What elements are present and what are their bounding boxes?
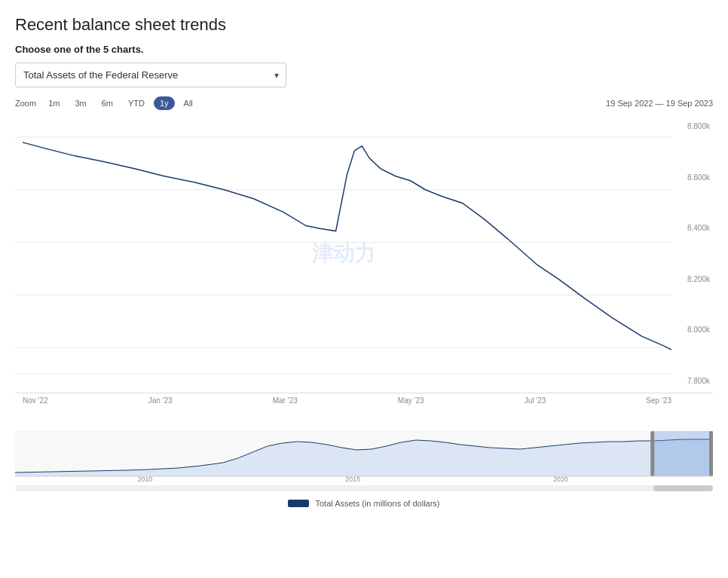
zoom-all-button[interactable]: All: [178, 96, 199, 110]
chart-svg-container: 津动力: [15, 115, 671, 393]
chart-area: 8.800k 8.600k 8.400k 8.200k 8.000k 7.800…: [15, 115, 713, 431]
x-label-nov: Nov '22: [23, 396, 48, 405]
chart-selector[interactable]: Total Assets of the Federal ReserveSecur…: [15, 63, 286, 87]
zoom-6m-button[interactable]: 6m: [96, 96, 119, 110]
svg-rect-10: [709, 431, 713, 476]
mini-chart-svg: 2010 2015 2020: [15, 431, 713, 482]
scrollbar-track[interactable]: [15, 485, 713, 491]
mini-chart-container: 2010 2015 2020: [15, 431, 713, 482]
svg-text:2020: 2020: [553, 476, 568, 482]
y-label-4: 8.200k: [671, 275, 713, 283]
main-chart-svg: [15, 115, 671, 393]
date-arrow: —: [656, 99, 664, 108]
zoom-label: Zoom: [15, 99, 36, 108]
y-label-6: 7.800k: [671, 377, 713, 385]
y-label-3: 8.400k: [671, 224, 713, 232]
y-label-1: 8.800k: [671, 122, 713, 130]
svg-text:2015: 2015: [345, 476, 360, 482]
x-label-jan: Jan '23: [148, 396, 173, 405]
legend-color-dot: [288, 500, 309, 507]
chart-subtitle: Choose one of the 5 charts.: [15, 44, 713, 55]
zoom-1m-button[interactable]: 1m: [42, 96, 66, 110]
zoom-bar: Zoom 1m 3m 6m YTD 1y All 19 Sep 2022 — 1…: [15, 96, 713, 110]
x-label-mar: Mar '23: [273, 396, 298, 405]
scrollbar-thumb[interactable]: [653, 485, 713, 491]
zoom-ytd-button[interactable]: YTD: [122, 96, 151, 110]
svg-text:2010: 2010: [138, 476, 153, 482]
x-label-jul: Jul '23: [525, 396, 546, 405]
legend-label: Total Assets (in millions of dollars): [315, 499, 439, 508]
page-title: Recent balance sheet trends: [15, 15, 713, 35]
y-label-5: 8.000k: [671, 326, 713, 334]
y-label-2: 8.600k: [671, 173, 713, 182]
x-label-may: May '23: [398, 396, 424, 405]
chart-selector-wrapper[interactable]: Total Assets of the Federal ReserveSecur…: [15, 63, 286, 87]
zoom-1y-button[interactable]: 1y: [154, 96, 175, 110]
zoom-3m-button[interactable]: 3m: [69, 96, 92, 110]
date-end: 19 Sep 2023: [666, 99, 713, 108]
main-chart: 8.800k 8.600k 8.400k 8.200k 8.000k 7.800…: [15, 115, 713, 393]
y-axis: 8.800k 8.600k 8.400k 8.200k 8.000k 7.800…: [671, 115, 713, 393]
svg-rect-9: [650, 431, 654, 476]
date-range: 19 Sep 2022 — 19 Sep 2023: [606, 99, 713, 108]
svg-rect-8: [653, 431, 713, 476]
x-axis: Nov '22 Jan '23 Mar '23 May '23 Jul '23 …: [15, 393, 713, 408]
x-label-sep: Sep '23: [646, 396, 671, 405]
date-start: 19 Sep 2022: [606, 99, 653, 108]
legend: Total Assets (in millions of dollars): [15, 499, 713, 508]
